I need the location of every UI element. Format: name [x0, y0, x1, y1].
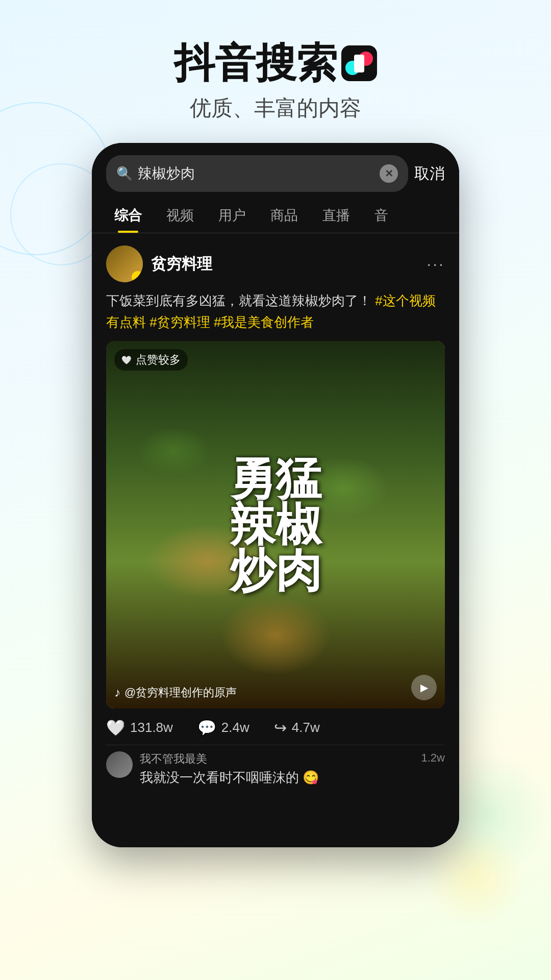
verified-badge: ✓: [132, 271, 143, 282]
tab-视频[interactable]: 视频: [154, 198, 206, 233]
post-text: 下饭菜到底有多凶猛，就看这道辣椒炒肉了！ #这个视频有点料 #贫穷料理 #我是美…: [106, 290, 445, 333]
tab-直播[interactable]: 直播: [310, 198, 362, 233]
likes-badge-text: 点赞较多: [136, 352, 181, 368]
heart-icon: 🤍: [106, 719, 125, 737]
cancel-button[interactable]: 取消: [414, 163, 445, 184]
search-results: ✓ 贫穷料理 ··· 下饭菜到底有多凶猛，就看这道辣椒炒肉了！ #这个视频有点料…: [92, 233, 459, 793]
likes-badge: 🤍 点赞较多: [114, 349, 188, 371]
video-title-text: 勇猛辣椒炒肉: [219, 456, 332, 594]
tiktok-music-icon: ♪: [114, 685, 120, 700]
sound-label: @贫穷料理创作的原声: [124, 685, 237, 700]
comment-icon: 💬: [197, 719, 216, 737]
commenter-username: 我不管我最美: [140, 751, 414, 767]
play-button[interactable]: ▶: [411, 675, 437, 700]
search-query-text: 辣椒炒肉: [138, 164, 374, 183]
creator-row: ✓ 贫穷料理 ···: [106, 246, 445, 282]
tiktok-logo-inner: [354, 55, 364, 72]
comment-text: 我就没一次看时不咽唾沫的 😋: [140, 769, 414, 787]
engagement-row: 🤍 131.8w 💬 2.4w ↪ 4.7w: [106, 708, 445, 745]
shares-value: 4.7w: [292, 720, 320, 736]
tab-综合[interactable]: 综合: [102, 198, 154, 233]
phone-wrapper: 🔍 辣椒炒肉 ✕ 取消 综合 视频 用户 商品: [0, 143, 551, 847]
main-title: 抖音搜索: [0, 41, 551, 86]
likes-count[interactable]: 🤍 131.8w: [106, 719, 173, 737]
tab-音[interactable]: 音: [362, 198, 400, 233]
comments-value: 2.4w: [221, 720, 249, 736]
header-section: 抖音搜索 优质、丰富的内容: [0, 0, 551, 143]
comment-count: 1.2w: [421, 751, 445, 765]
shares-count[interactable]: ↪ 4.7w: [274, 719, 320, 737]
comment-preview: 我不管我最美 我就没一次看时不咽唾沫的 😋 1.2w: [106, 745, 445, 793]
more-options-button[interactable]: ···: [427, 255, 445, 274]
likes-value: 131.8w: [130, 720, 173, 736]
comments-count[interactable]: 💬 2.4w: [197, 719, 249, 737]
video-overlay: 勇猛辣椒炒肉: [106, 341, 445, 708]
heart-icon: 🤍: [121, 355, 132, 365]
creator-name[interactable]: 贫穷料理: [151, 254, 212, 275]
post-body-text: 下饭菜到底有多凶猛，就看这道辣椒炒肉了！: [106, 293, 371, 308]
share-icon: ↪: [274, 719, 287, 737]
app-content: 🔍 辣椒炒肉 ✕ 取消 综合 视频 用户 商品: [92, 143, 459, 847]
search-icon: 🔍: [116, 166, 133, 182]
tab-商品[interactable]: 商品: [258, 198, 310, 233]
video-thumbnail[interactable]: 勇猛辣椒炒肉 🤍 点赞较多 ♪ @贫穷料理创作的原声 ▶: [106, 341, 445, 708]
search-tabs: 综合 视频 用户 商品 直播 音: [92, 198, 459, 233]
creator-avatar[interactable]: ✓: [106, 246, 143, 282]
clear-search-button[interactable]: ✕: [380, 164, 398, 183]
creator-info: ✓ 贫穷料理: [106, 246, 212, 282]
phone-device: 🔍 辣椒炒肉 ✕ 取消 综合 视频 用户 商品: [92, 143, 459, 847]
commenter-avatar: [106, 751, 133, 778]
search-bar: 🔍 辣椒炒肉 ✕ 取消: [92, 143, 459, 198]
tab-用户[interactable]: 用户: [206, 198, 258, 233]
title-text: 抖音搜索: [174, 41, 337, 86]
search-input-container[interactable]: 🔍 辣椒炒肉 ✕: [106, 155, 408, 192]
comment-content: 我不管我最美 我就没一次看时不咽唾沫的 😋: [140, 751, 414, 787]
sound-bar[interactable]: ♪ @贫穷料理创作的原声: [114, 685, 237, 700]
tiktok-logo-icon: [341, 45, 377, 81]
subtitle-text: 优质、丰富的内容: [0, 94, 551, 122]
